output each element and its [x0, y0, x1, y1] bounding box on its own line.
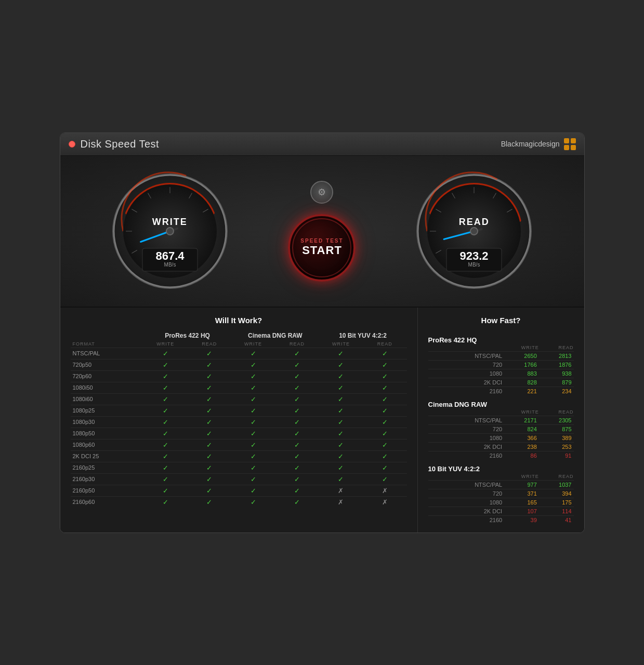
check-icon: ✓ — [294, 373, 300, 380]
codec-name: ProRes 422 HQ — [428, 331, 574, 345]
hf-format: 1080 — [428, 369, 505, 378]
codec-row: 10 Bit YUV 4:2:2 — [428, 460, 574, 474]
check-icon: ✓ — [163, 464, 168, 472]
check-cell: ✓ — [231, 462, 275, 473]
format-cell: 2K DCI 25 — [71, 450, 144, 462]
check-icon: ✓ — [251, 498, 256, 506]
read-label: READ — [459, 217, 490, 228]
check-icon: ✓ — [251, 453, 256, 460]
check-icon: ✓ — [294, 430, 300, 437]
table-row: 720p50✓✓✓✓✓✓ — [71, 359, 407, 370]
write-gauge-svg: 867.4 MB/s — [110, 171, 230, 291]
prores-read-header: READ — [188, 340, 231, 348]
check-icon: ✓ — [251, 407, 256, 415]
format-cell: 1080p25 — [71, 405, 144, 416]
check-cell: ✓ — [188, 416, 231, 428]
check-icon: ✓ — [338, 384, 344, 392]
check-cell: ✓ — [143, 462, 187, 473]
check-cell: ✓ — [275, 393, 319, 405]
hf-header-row: WRITEREAD — [428, 345, 574, 352]
read-gauge-svg: 923.2 MB/s — [414, 171, 534, 291]
check-icon: ✓ — [382, 430, 388, 437]
hf-write-val: 2171 — [504, 416, 539, 424]
hf-read-val: 91 — [539, 451, 574, 460]
prores-write-header: WRITE — [143, 340, 187, 348]
format-cell: 1080p60 — [71, 439, 144, 450]
yuv-write-header: WRITE — [319, 340, 363, 348]
codec-row: ProRes 422 HQ — [428, 331, 574, 345]
check-cell: ✓ — [143, 416, 187, 428]
check-icon: ✓ — [382, 350, 388, 357]
hf-format: 1080 — [428, 498, 505, 507]
check-cell: ✓ — [363, 393, 406, 405]
start-button[interactable]: SPEED TEST START — [288, 214, 356, 282]
yuv-header: 10 Bit YUV 4:2:2 — [319, 331, 407, 340]
check-cell: ✓ — [319, 462, 363, 473]
check-icon: ✓ — [251, 361, 256, 369]
cross-icon: ✗ — [382, 498, 388, 506]
format-cell: 2160p30 — [71, 473, 144, 485]
how-fast-table: ProRes 422 HQWRITEREADNTSC/PAL2650281372… — [428, 331, 574, 524]
check-cell: ✓ — [188, 473, 231, 485]
check-icon: ✓ — [382, 464, 388, 472]
check-cell: ✓ — [231, 405, 275, 416]
table-row: 2K DCI 25✓✓✓✓✓✓ — [71, 450, 407, 462]
check-icon: ✓ — [163, 453, 168, 460]
hf-write-val: 828 — [504, 378, 539, 387]
check-icon: ✓ — [294, 350, 300, 357]
cross-icon: ✗ — [382, 487, 388, 495]
table-row: 720p60✓✓✓✓✓✓ — [71, 370, 407, 382]
check-cell: ✓ — [188, 462, 231, 473]
check-icon: ✓ — [251, 350, 256, 357]
svg-text:MB/s: MB/s — [468, 262, 480, 268]
check-cell: ✓ — [275, 485, 319, 496]
check-cell: ✓ — [363, 405, 406, 416]
hf-data-row: 720371394 — [428, 489, 574, 498]
hf-col-header — [428, 474, 505, 481]
check-icon: ✓ — [163, 498, 168, 506]
settings-button[interactable]: ⚙ — [310, 181, 333, 204]
check-cell: ✓ — [319, 428, 363, 439]
hf-format: 720 — [428, 489, 505, 498]
check-icon: ✓ — [382, 441, 388, 449]
hf-read-val: 41 — [539, 515, 574, 524]
hf-write-val: 1766 — [504, 360, 539, 369]
table-row: 1080p60✓✓✓✓✓✓ — [71, 439, 407, 450]
cross-icon: ✗ — [338, 498, 344, 506]
check-cell: ✓ — [231, 485, 275, 496]
check-icon: ✓ — [163, 361, 168, 369]
check-cell: ✓ — [275, 428, 319, 439]
hf-read-val: 114 — [539, 507, 574, 515]
read-gauge-container: 923.2 MB/s READ — [414, 171, 534, 291]
check-cell: ✓ — [363, 370, 406, 382]
check-cell: ✓ — [319, 348, 363, 359]
check-cell: ✓ — [143, 439, 187, 450]
check-cell: ✓ — [143, 370, 187, 382]
codec-name: 10 Bit YUV 4:2:2 — [428, 460, 574, 474]
codec-row: Cinema DNG RAW — [428, 395, 574, 409]
check-cell: ✓ — [188, 439, 231, 450]
hf-format: 2160 — [428, 515, 505, 524]
check-cell: ✓ — [319, 359, 363, 370]
center-controls: ⚙ SPEED TEST START — [288, 181, 356, 282]
check-cell: ✓ — [188, 370, 231, 382]
check-cell: ✓ — [188, 393, 231, 405]
check-cell: ✓ — [275, 348, 319, 359]
check-icon: ✓ — [163, 441, 168, 449]
hf-header-row: WRITEREAD — [428, 409, 574, 416]
svg-text:923.2: 923.2 — [460, 249, 489, 262]
write-gauge-container: 867.4 MB/s WRITE — [110, 171, 230, 291]
close-button[interactable] — [69, 141, 75, 148]
format-cell: 1080i50 — [71, 382, 144, 393]
check-icon: ✓ — [206, 487, 212, 495]
check-icon: ✓ — [294, 407, 300, 415]
check-icon: ✓ — [338, 441, 344, 449]
check-cell: ✓ — [363, 382, 406, 393]
check-cell: ✓ — [275, 416, 319, 428]
cinema-write-header: WRITE — [231, 340, 275, 348]
brand-dot-3 — [564, 145, 569, 150]
hf-read-val: 389 — [539, 433, 574, 442]
svg-text:867.4: 867.4 — [155, 249, 185, 262]
check-icon: ✓ — [338, 418, 344, 426]
check-icon: ✓ — [163, 384, 168, 392]
